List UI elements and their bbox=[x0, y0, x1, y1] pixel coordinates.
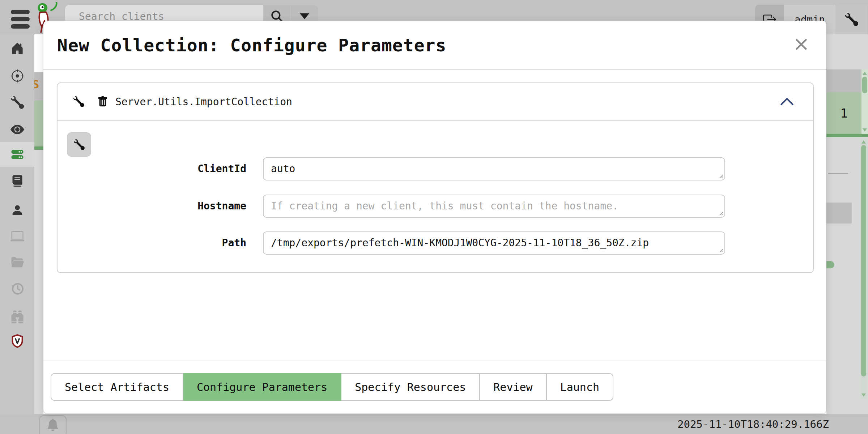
binoculars-icon bbox=[10, 310, 24, 323]
background-selected-row-cell: 1 bbox=[826, 92, 861, 134]
shield-v-icon bbox=[10, 334, 24, 348]
caret-down-icon bbox=[300, 13, 309, 19]
wizard-tabs: Select Artifacts Configure Parameters Sp… bbox=[51, 373, 613, 401]
sidebar-item-security-shield[interactable] bbox=[0, 329, 34, 353]
tab-select-artifacts[interactable]: Select Artifacts bbox=[51, 373, 183, 401]
server-stack-icon bbox=[10, 148, 24, 161]
crosshair-icon bbox=[11, 69, 24, 82]
row-number: 1 bbox=[840, 106, 847, 120]
modal-title: New Collection: Configure Parameters bbox=[57, 21, 446, 70]
sidebar-item-server-collections[interactable] bbox=[0, 142, 34, 167]
new-collection-modal: New Collection: Configure Parameters × S… bbox=[43, 21, 826, 413]
velociraptor-app: admin bbox=[0, 0, 868, 434]
folder-open-icon bbox=[10, 255, 24, 269]
background-table-header-cell bbox=[826, 69, 861, 92]
hamburger-menu-icon[interactable] bbox=[11, 10, 30, 29]
laptop-icon bbox=[10, 229, 24, 243]
sidebar-item-users[interactable] bbox=[0, 198, 34, 222]
bell-icon bbox=[47, 419, 59, 431]
path-label: Path bbox=[58, 231, 246, 255]
sidebar-item-artifacts[interactable] bbox=[0, 90, 34, 115]
form-row-clientid: ClientId auto bbox=[58, 157, 813, 180]
eye-icon bbox=[10, 123, 24, 136]
modal-footer-divider bbox=[43, 361, 826, 361]
status-footer: 2025-11-10T18:40:29.166Z bbox=[0, 414, 868, 434]
trash-icon[interactable] bbox=[97, 96, 108, 107]
page-scrollbar[interactable] bbox=[860, 139, 867, 400]
tab-specify-resources[interactable]: Specify Resources bbox=[341, 373, 480, 401]
sidebar-item-home[interactable] bbox=[0, 36, 34, 61]
history-icon bbox=[10, 282, 24, 295]
settings-button[interactable] bbox=[836, 5, 867, 34]
background-selected-row-left bbox=[34, 101, 43, 146]
left-sidebar bbox=[0, 34, 34, 414]
tab-launch[interactable]: Launch bbox=[547, 373, 613, 401]
form-row-path: Path /tmp/exports/prefetch-WIN-KMODJ1W0C… bbox=[58, 231, 813, 255]
artifact-card-body: ClientId auto Hostname bbox=[58, 122, 813, 273]
sidebar-item-docs[interactable] bbox=[0, 169, 34, 193]
form-row-hostname: Hostname bbox=[58, 195, 813, 218]
background-partial-text: S bbox=[34, 77, 39, 91]
clientid-label: ClientId bbox=[58, 157, 246, 180]
table-scrollbar[interactable] bbox=[861, 69, 868, 134]
close-icon[interactable]: × bbox=[793, 34, 810, 54]
background-table-left-strip: S bbox=[34, 34, 43, 414]
artifact-card-header[interactable]: Server.Utils.ImportCollection bbox=[58, 83, 813, 121]
artifact-name: Server.Utils.ImportCollection bbox=[115, 96, 292, 108]
tab-configure-parameters[interactable]: Configure Parameters bbox=[183, 373, 341, 401]
tab-review[interactable]: Review bbox=[480, 373, 546, 401]
sidebar-item-hunt-manager[interactable] bbox=[0, 304, 34, 329]
artifact-parameter-card: Server.Utils.ImportCollection ClientId bbox=[57, 82, 814, 273]
hostname-input[interactable] bbox=[263, 195, 725, 218]
person-icon bbox=[11, 204, 24, 217]
wrench-icon bbox=[845, 13, 858, 26]
background-table-right-strip: 1 bbox=[826, 34, 868, 414]
collapse-toggle[interactable] bbox=[780, 98, 794, 106]
sidebar-item-notebooks[interactable] bbox=[0, 117, 34, 142]
path-input[interactable]: /tmp/exports/prefetch-WIN-KMODJ1W0CYG-20… bbox=[263, 231, 725, 255]
server-timestamp: 2025-11-10T18:40:29.166Z bbox=[677, 418, 829, 430]
configure-artifact-button[interactable] bbox=[67, 132, 91, 157]
modal-header: New Collection: Configure Parameters × bbox=[43, 21, 826, 70]
home-icon bbox=[11, 42, 24, 55]
sidebar-item-hunts[interactable] bbox=[0, 64, 34, 88]
sidebar-item-vfs[interactable] bbox=[0, 250, 34, 275]
sidebar-item-collected-history[interactable] bbox=[0, 276, 34, 301]
book-icon bbox=[11, 174, 24, 187]
wrench-icon bbox=[74, 139, 85, 150]
hostname-label: Hostname bbox=[58, 195, 246, 218]
wrench-icon bbox=[11, 96, 24, 109]
notifications-button[interactable] bbox=[39, 415, 67, 434]
wrench-icon bbox=[73, 96, 84, 107]
clientid-input[interactable]: auto bbox=[263, 157, 725, 180]
chevron-up-icon bbox=[780, 98, 794, 106]
sidebar-item-host-info[interactable] bbox=[0, 224, 34, 248]
